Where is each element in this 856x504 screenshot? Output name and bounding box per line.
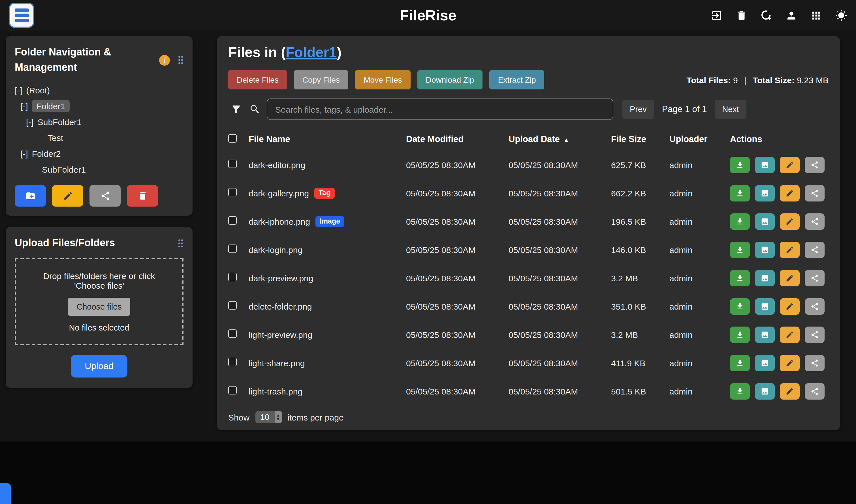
download-button[interactable] xyxy=(730,213,750,230)
preview-button[interactable] xyxy=(755,355,775,371)
tree-item-label[interactable]: Folder2 xyxy=(32,148,61,158)
preview-button[interactable] xyxy=(755,326,775,343)
search-button[interactable] xyxy=(249,104,261,115)
rename-folder-button[interactable] xyxy=(52,185,83,206)
preview-button[interactable] xyxy=(755,185,775,201)
row-checkbox[interactable] xyxy=(228,301,237,310)
share-button[interactable] xyxy=(805,213,825,230)
preview-button[interactable] xyxy=(755,298,775,314)
tree-item-label[interactable]: (Root) xyxy=(26,85,50,95)
share-folder-button[interactable] xyxy=(89,185,121,206)
preview-button[interactable] xyxy=(755,383,775,399)
select-all-checkbox[interactable] xyxy=(228,134,237,142)
app-logo[interactable] xyxy=(9,3,34,28)
edit-button[interactable] xyxy=(780,383,800,399)
edit-button[interactable] xyxy=(780,241,800,258)
edit-button[interactable] xyxy=(780,326,800,343)
tree-item-label[interactable]: Test xyxy=(48,133,63,142)
extract-zip-button[interactable]: Extract Zip xyxy=(490,70,544,89)
tree-item-label[interactable]: SubFolder1 xyxy=(38,117,82,126)
view-toggle-button[interactable] xyxy=(810,9,822,21)
file-name[interactable]: dark-editor.png xyxy=(249,160,305,169)
tree-item-label[interactable]: Folder1 xyxy=(32,100,70,112)
share-button[interactable] xyxy=(805,383,825,399)
delete-files-button[interactable]: Delete Files xyxy=(228,70,287,89)
choose-files-button[interactable]: Choose files xyxy=(68,298,130,316)
download-button[interactable] xyxy=(730,157,750,173)
header-file-size[interactable]: File Size xyxy=(611,134,669,144)
file-name[interactable]: dark-login.png xyxy=(249,245,302,254)
items-per-page-stepper[interactable]: 10 ▲▼ xyxy=(255,411,282,424)
row-checkbox[interactable] xyxy=(228,245,237,253)
header-date-modified[interactable]: Date Modified xyxy=(406,134,509,144)
file-name[interactable]: dark-gallery.png xyxy=(249,188,309,198)
row-checkbox[interactable] xyxy=(228,160,237,168)
drag-handle-icon[interactable] xyxy=(178,238,184,248)
preview-button[interactable] xyxy=(755,270,775,286)
download-button[interactable] xyxy=(730,355,750,371)
user-panel-button[interactable] xyxy=(786,9,798,21)
file-dropzone[interactable]: Drop files/folders here or click 'Choose… xyxy=(15,258,184,345)
create-folder-button[interactable] xyxy=(15,185,46,206)
share-button[interactable] xyxy=(805,326,825,343)
edit-button[interactable] xyxy=(780,355,800,371)
edit-button[interactable] xyxy=(780,157,800,173)
current-folder-link[interactable]: Folder1 xyxy=(286,44,337,60)
row-checkbox[interactable] xyxy=(228,273,237,281)
row-checkbox[interactable] xyxy=(228,358,237,366)
download-button[interactable] xyxy=(730,383,750,399)
file-name[interactable]: light-preview.png xyxy=(249,330,312,339)
tree-item[interactable]: [-] SubFolder1 xyxy=(15,114,184,130)
file-name[interactable]: dark-iphone.png xyxy=(249,216,310,226)
download-zip-button[interactable]: Download Zip xyxy=(417,70,483,89)
preview-button[interactable] xyxy=(755,241,775,258)
preview-button[interactable] xyxy=(755,157,775,173)
storage-usage-button[interactable] xyxy=(761,9,772,21)
tree-item-label[interactable]: SubFolder1 xyxy=(42,164,86,174)
tree-item[interactable]: SubFolder1 xyxy=(15,161,184,177)
share-button[interactable] xyxy=(805,355,825,371)
file-name[interactable]: delete-folder.png xyxy=(249,301,312,311)
edit-button[interactable] xyxy=(780,213,800,230)
row-checkbox[interactable] xyxy=(228,188,237,196)
header-file-name[interactable]: File Name xyxy=(249,134,406,144)
download-button[interactable] xyxy=(730,326,750,343)
next-page-button[interactable]: Next xyxy=(715,100,747,119)
edit-button[interactable] xyxy=(780,185,800,201)
file-name[interactable]: light-trash.png xyxy=(249,386,302,396)
share-button[interactable] xyxy=(805,157,825,173)
download-button[interactable] xyxy=(730,298,750,314)
download-button[interactable] xyxy=(730,270,750,286)
prev-page-button[interactable]: Prev xyxy=(623,100,654,119)
stepper-arrows-icon[interactable]: ▲▼ xyxy=(274,411,282,424)
tree-item[interactable]: Test xyxy=(15,130,184,145)
header-uploader[interactable]: Uploader xyxy=(669,134,730,144)
tree-expand-marker[interactable]: [-] xyxy=(20,101,28,111)
drag-handle-icon[interactable] xyxy=(178,55,184,65)
preview-button[interactable] xyxy=(755,213,775,230)
upload-button[interactable]: Upload xyxy=(70,355,127,378)
trash-restore-button[interactable] xyxy=(736,9,748,21)
row-checkbox[interactable] xyxy=(228,216,237,225)
row-checkbox[interactable] xyxy=(228,386,237,395)
row-checkbox[interactable] xyxy=(228,329,237,338)
tree-expand-marker[interactable]: [-] xyxy=(20,148,28,158)
share-button[interactable] xyxy=(805,241,825,258)
download-button[interactable] xyxy=(730,241,750,258)
copy-files-button[interactable]: Copy Files xyxy=(294,70,348,89)
header-upload-date[interactable]: Upload Date▲ xyxy=(509,134,611,144)
theme-toggle-button[interactable] xyxy=(835,9,847,21)
corner-blue-element[interactable] xyxy=(0,483,11,504)
tree-item[interactable]: [-] Folder2 xyxy=(15,145,184,161)
logout-button[interactable] xyxy=(711,9,723,21)
tree-item[interactable]: [-] (Root) xyxy=(15,82,184,98)
edit-button[interactable] xyxy=(780,270,800,286)
search-input[interactable] xyxy=(267,98,613,120)
share-button[interactable] xyxy=(805,185,825,201)
share-button[interactable] xyxy=(805,270,825,286)
download-button[interactable] xyxy=(730,185,750,201)
move-files-button[interactable]: Move Files xyxy=(355,70,410,89)
filter-button[interactable] xyxy=(230,104,242,115)
file-name[interactable]: light-share.png xyxy=(249,358,305,367)
tree-expand-marker[interactable]: [-] xyxy=(26,117,34,126)
